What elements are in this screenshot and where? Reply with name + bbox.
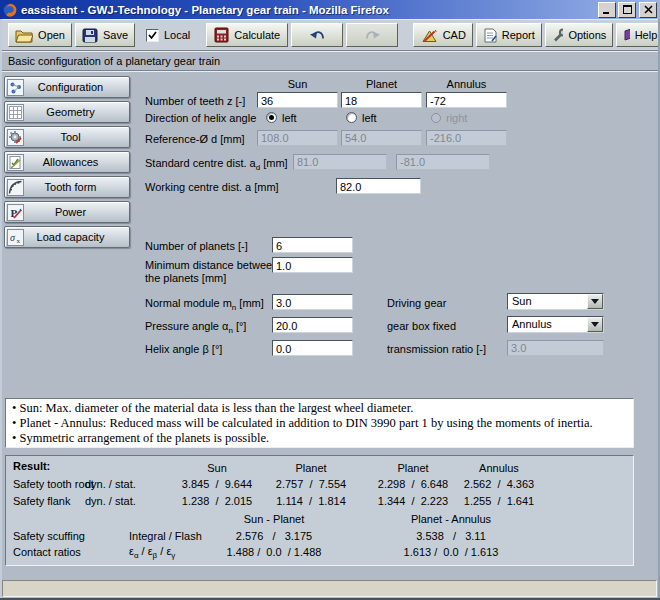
toolbar: Open Save Local (0, 19, 660, 50)
helix-sun-radio-label: left (282, 112, 297, 124)
redo-button (346, 23, 398, 47)
pressure-angle-input[interactable] (272, 317, 353, 333)
local-checkbox-group: Local (146, 29, 190, 42)
gearbox-fixed-value: Annulus (512, 318, 552, 330)
result-title: Result: (13, 460, 50, 472)
min-distance-input[interactable] (272, 257, 353, 273)
result-col-annulus: Annulus (449, 462, 549, 474)
result-col-planet2: Planet (363, 462, 463, 474)
application-window: eassistant - GWJ-Technology - Planetary … (0, 0, 660, 600)
result-value: 1.613 / 0.0 / 1.613 (376, 546, 526, 558)
local-checkbox[interactable] (146, 29, 159, 42)
helix-annulus-radio-disabled (431, 113, 441, 123)
reference-planet-field: 54.0 (341, 130, 422, 146)
safety-flank-label: Safety flank (13, 495, 70, 507)
num-planets-input[interactable] (272, 237, 353, 253)
contact-ratios-label: Contact ratios (13, 546, 81, 558)
report-button[interactable]: Report (476, 23, 542, 47)
close-button[interactable] (639, 2, 657, 18)
helix-planet-radio[interactable] (346, 112, 357, 123)
sidebar-item-allowances[interactable]: Allowances (4, 151, 130, 173)
standard-centre-label: Standard centre dist. ad [mm] (145, 157, 288, 172)
floppy-disk-icon (82, 28, 98, 43)
result-value: 1.344 / 2.223 (363, 495, 463, 507)
contact-ratios-qualifier: εα / εβ / εγ (129, 545, 175, 560)
options-tool-icon (552, 28, 563, 43)
cad-label: CAD (443, 29, 466, 41)
sidebar-item-load-capacity[interactable]: σx Load capacity (4, 226, 130, 248)
sidebar-item-label: Power (24, 206, 129, 218)
close-icon (644, 5, 653, 14)
sidebar-item-geometry[interactable]: Geometry (4, 101, 130, 123)
helix-direction-label: Direction of helix angle (145, 112, 256, 124)
save-button[interactable]: Save (75, 23, 135, 47)
gearbox-fixed-dropdown[interactable]: Annulus (507, 316, 604, 333)
driving-gear-dropdown[interactable]: Sun (507, 293, 604, 310)
result-value: 1.114 / 1.814 (261, 495, 361, 507)
minimize-button[interactable] (598, 2, 616, 18)
sidebar-item-configuration[interactable]: Configuration (4, 76, 130, 98)
result-col-planet-annulus: Planet - Annulus (381, 513, 521, 525)
sidebar-item-label: Tooth form (24, 181, 129, 193)
notes-box: • Sun: Max. diameter of the material dat… (5, 398, 634, 448)
firefox-icon (3, 3, 17, 17)
note-item: • Symmetric arrangement of the planets i… (12, 431, 627, 446)
result-value: 1.488 / 0.0 / 1.488 (199, 546, 349, 558)
result-value: 1.238 / 2.015 (167, 495, 267, 507)
window-title: eassistant - GWJ-Technology - Planetary … (21, 4, 596, 16)
working-centre-input[interactable] (336, 178, 421, 194)
reference-annulus-field: -216.0 (426, 130, 507, 146)
column-header-planet: Planet (341, 78, 422, 90)
gearbox-fixed-label: gear box fixed (387, 320, 456, 332)
options-button[interactable]: Options (545, 23, 613, 47)
result-value: 3.845 / 9.644 (167, 478, 267, 490)
open-button[interactable]: Open (8, 23, 72, 47)
column-header-sun: Sun (257, 78, 338, 90)
normal-module-input[interactable] (272, 294, 353, 310)
teeth-label: Number of teeth z [-] (145, 95, 245, 107)
normal-module-label: Normal module mn [mm] (145, 297, 264, 312)
maximize-icon (623, 5, 632, 14)
result-col-sun: Sun (167, 462, 267, 474)
report-label: Report (502, 29, 535, 41)
safety-flank-qualifier: dyn. / stat. (85, 495, 136, 507)
driving-gear-value: Sun (512, 295, 532, 307)
tool-gear-icon (7, 129, 24, 146)
sidebar-item-tooth-form[interactable]: Tooth form (4, 176, 130, 198)
dropdown-button[interactable] (587, 317, 603, 332)
cad-drawing-icon (421, 28, 438, 43)
report-document-icon (484, 28, 497, 43)
svg-text:x: x (17, 237, 21, 245)
undo-button[interactable] (291, 23, 343, 47)
maximize-button[interactable] (618, 2, 636, 18)
working-centre-label: Working centre dist. a [mm] (145, 181, 279, 193)
result-value: 1.255 / 1.641 (449, 495, 549, 507)
safety-tooth-root-label: Safety tooth root (13, 478, 94, 490)
separator-line (0, 70, 660, 72)
minimize-icon (603, 5, 612, 14)
separator-line (0, 50, 660, 52)
teeth-annulus-input[interactable] (426, 92, 507, 108)
helix-sun-radio-selected[interactable] (266, 112, 277, 123)
checkmark-icon (148, 31, 157, 40)
teeth-planet-input[interactable] (341, 92, 422, 108)
standard-centre-field-2: -81.0 (396, 154, 490, 170)
driving-gear-label: Driving gear (387, 297, 446, 309)
svg-text:σ: σ (10, 232, 16, 243)
calculate-button[interactable]: Calculate (206, 23, 288, 47)
result-col-sun-planet: Sun - Planet (204, 513, 344, 525)
result-col-planet1: Planet (261, 462, 361, 474)
load-capacity-icon: σx (7, 229, 24, 246)
standard-centre-field-1: 81.0 (293, 154, 387, 170)
sidebar-item-tool[interactable]: Tool (4, 126, 130, 148)
result-panel: Result: Sun Planet Planet Annulus Safety… (5, 455, 634, 566)
teeth-sun-input[interactable] (257, 92, 338, 108)
open-label: Open (38, 29, 65, 41)
cad-button[interactable]: CAD (413, 23, 473, 47)
dropdown-button[interactable] (587, 294, 603, 309)
sidebar-item-power[interactable]: P Power (4, 201, 130, 223)
window-edge-left (0, 19, 2, 600)
helix-angle-input[interactable] (272, 340, 353, 356)
min-distance-label-line2: the planets [mm] (145, 272, 226, 284)
help-button[interactable]: Help (616, 23, 660, 47)
